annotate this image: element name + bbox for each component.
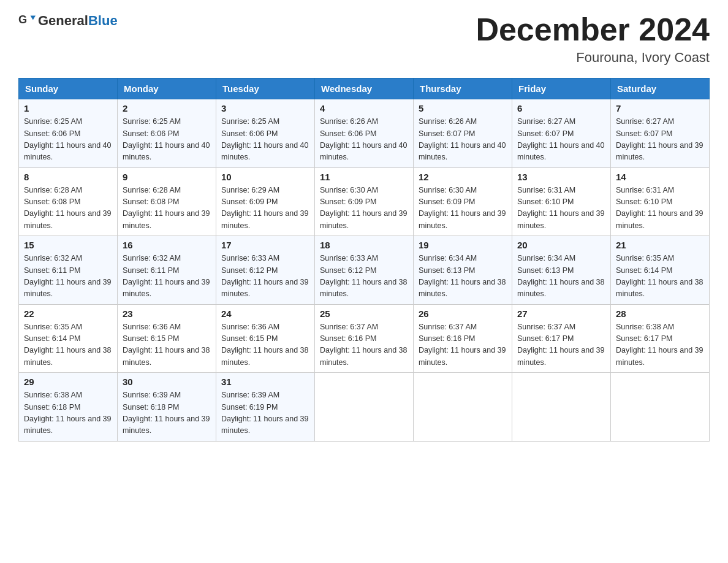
day-info: Sunrise: 6:35 AMSunset: 6:14 PMDaylight:… xyxy=(616,253,704,301)
day-number: 7 xyxy=(616,103,704,113)
table-row: 15Sunrise: 6:32 AMSunset: 6:11 PMDayligh… xyxy=(19,236,118,305)
table-row: 5Sunrise: 6:26 AMSunset: 6:07 PMDaylight… xyxy=(414,99,512,168)
table-row: 28Sunrise: 6:38 AMSunset: 6:17 PMDayligh… xyxy=(611,304,710,373)
table-row: 25Sunrise: 6:37 AMSunset: 6:16 PMDayligh… xyxy=(315,304,414,373)
day-info: Sunrise: 6:31 AMSunset: 6:10 PMDaylight:… xyxy=(616,185,704,232)
day-info: Sunrise: 6:29 AMSunset: 6:09 PMDaylight:… xyxy=(221,185,309,232)
day-info: Sunrise: 6:28 AMSunset: 6:08 PMDaylight:… xyxy=(123,185,211,232)
day-info: Sunrise: 6:31 AMSunset: 6:10 PMDaylight:… xyxy=(517,185,605,232)
day-number: 4 xyxy=(320,103,408,113)
calendar-week-row: 29Sunrise: 6:38 AMSunset: 6:18 PMDayligh… xyxy=(19,373,710,442)
table-row: 27Sunrise: 6:37 AMSunset: 6:17 PMDayligh… xyxy=(512,304,611,373)
table-row: 11Sunrise: 6:30 AMSunset: 6:09 PMDayligh… xyxy=(315,167,414,236)
day-info: Sunrise: 6:28 AMSunset: 6:08 PMDaylight:… xyxy=(24,185,112,232)
day-number: 2 xyxy=(123,103,211,113)
day-number: 24 xyxy=(221,308,309,319)
table-row: 17Sunrise: 6:33 AMSunset: 6:12 PMDayligh… xyxy=(216,236,315,305)
page-header: G GeneralBlue December 2024 Fourouna, Iv… xyxy=(18,12,710,66)
day-info: Sunrise: 6:39 AMSunset: 6:18 PMDaylight:… xyxy=(123,389,211,437)
table-row: 24Sunrise: 6:36 AMSunset: 6:15 PMDayligh… xyxy=(216,304,315,373)
table-row: 2Sunrise: 6:25 AMSunset: 6:06 PMDaylight… xyxy=(118,99,216,168)
logo: G GeneralBlue xyxy=(18,12,118,29)
col-wednesday: Wednesday xyxy=(315,79,414,99)
day-info: Sunrise: 6:33 AMSunset: 6:12 PMDaylight:… xyxy=(320,253,408,301)
day-info: Sunrise: 6:37 AMSunset: 6:17 PMDaylight:… xyxy=(517,321,605,369)
day-info: Sunrise: 6:27 AMSunset: 6:07 PMDaylight:… xyxy=(517,116,605,164)
day-number: 19 xyxy=(419,240,507,250)
day-info: Sunrise: 6:33 AMSunset: 6:12 PMDaylight:… xyxy=(221,253,309,301)
table-row: 6Sunrise: 6:27 AMSunset: 6:07 PMDaylight… xyxy=(512,99,611,168)
day-number: 30 xyxy=(123,377,211,387)
day-number: 3 xyxy=(221,103,309,113)
table-row: 3Sunrise: 6:25 AMSunset: 6:06 PMDaylight… xyxy=(216,99,315,168)
table-row xyxy=(414,373,512,442)
day-info: Sunrise: 6:27 AMSunset: 6:07 PMDaylight:… xyxy=(616,116,704,164)
day-number: 14 xyxy=(616,172,704,182)
logo-general: General xyxy=(38,13,88,28)
day-number: 23 xyxy=(123,308,211,319)
day-number: 9 xyxy=(123,172,211,182)
calendar-table: Sunday Monday Tuesday Wednesday Thursday… xyxy=(18,78,710,442)
day-number: 10 xyxy=(221,172,309,182)
day-number: 13 xyxy=(517,172,605,182)
col-tuesday: Tuesday xyxy=(216,79,315,99)
day-number: 8 xyxy=(24,172,112,182)
day-info: Sunrise: 6:39 AMSunset: 6:19 PMDaylight:… xyxy=(221,389,309,437)
title-block: December 2024 Fourouna, Ivory Coast xyxy=(476,12,710,66)
table-row: 23Sunrise: 6:36 AMSunset: 6:15 PMDayligh… xyxy=(118,304,216,373)
day-info: Sunrise: 6:36 AMSunset: 6:15 PMDaylight:… xyxy=(221,321,309,369)
logo-icon: G xyxy=(18,12,36,29)
day-number: 22 xyxy=(24,308,112,319)
table-row: 7Sunrise: 6:27 AMSunset: 6:07 PMDaylight… xyxy=(611,99,710,168)
day-info: Sunrise: 6:37 AMSunset: 6:16 PMDaylight:… xyxy=(320,321,408,369)
col-sunday: Sunday xyxy=(19,79,118,99)
day-info: Sunrise: 6:36 AMSunset: 6:15 PMDaylight:… xyxy=(123,321,211,369)
table-row: 22Sunrise: 6:35 AMSunset: 6:14 PMDayligh… xyxy=(19,304,118,373)
day-info: Sunrise: 6:26 AMSunset: 6:07 PMDaylight:… xyxy=(419,116,507,164)
table-row: 12Sunrise: 6:30 AMSunset: 6:09 PMDayligh… xyxy=(414,167,512,236)
table-row: 21Sunrise: 6:35 AMSunset: 6:14 PMDayligh… xyxy=(611,236,710,305)
calendar-header-row: Sunday Monday Tuesday Wednesday Thursday… xyxy=(19,79,710,99)
table-row: 9Sunrise: 6:28 AMSunset: 6:08 PMDaylight… xyxy=(118,167,216,236)
day-number: 21 xyxy=(616,240,704,250)
day-info: Sunrise: 6:34 AMSunset: 6:13 PMDaylight:… xyxy=(419,253,507,301)
day-info: Sunrise: 6:32 AMSunset: 6:11 PMDaylight:… xyxy=(123,253,211,301)
col-friday: Friday xyxy=(512,79,611,99)
table-row: 8Sunrise: 6:28 AMSunset: 6:08 PMDaylight… xyxy=(19,167,118,236)
day-number: 27 xyxy=(517,308,605,319)
day-info: Sunrise: 6:38 AMSunset: 6:18 PMDaylight:… xyxy=(24,389,112,437)
table-row: 26Sunrise: 6:37 AMSunset: 6:16 PMDayligh… xyxy=(414,304,512,373)
day-info: Sunrise: 6:30 AMSunset: 6:09 PMDaylight:… xyxy=(320,185,408,232)
svg-marker-1 xyxy=(31,16,36,20)
day-number: 17 xyxy=(221,240,309,250)
table-row xyxy=(512,373,611,442)
table-row: 4Sunrise: 6:26 AMSunset: 6:06 PMDaylight… xyxy=(315,99,414,168)
col-thursday: Thursday xyxy=(414,79,512,99)
day-number: 1 xyxy=(24,103,112,113)
table-row: 20Sunrise: 6:34 AMSunset: 6:13 PMDayligh… xyxy=(512,236,611,305)
day-number: 12 xyxy=(419,172,507,182)
table-row: 16Sunrise: 6:32 AMSunset: 6:11 PMDayligh… xyxy=(118,236,216,305)
day-info: Sunrise: 6:25 AMSunset: 6:06 PMDaylight:… xyxy=(123,116,211,164)
table-row xyxy=(611,373,710,442)
table-row: 14Sunrise: 6:31 AMSunset: 6:10 PMDayligh… xyxy=(611,167,710,236)
day-number: 26 xyxy=(419,308,507,319)
table-row: 31Sunrise: 6:39 AMSunset: 6:19 PMDayligh… xyxy=(216,373,315,442)
day-number: 15 xyxy=(24,240,112,250)
svg-text:G: G xyxy=(18,13,27,26)
calendar-week-row: 8Sunrise: 6:28 AMSunset: 6:08 PMDaylight… xyxy=(19,167,710,236)
day-info: Sunrise: 6:26 AMSunset: 6:06 PMDaylight:… xyxy=(320,116,408,164)
location-title: Fourouna, Ivory Coast xyxy=(476,50,710,66)
table-row: 30Sunrise: 6:39 AMSunset: 6:18 PMDayligh… xyxy=(118,373,216,442)
col-monday: Monday xyxy=(118,79,216,99)
day-info: Sunrise: 6:38 AMSunset: 6:17 PMDaylight:… xyxy=(616,321,704,369)
day-number: 28 xyxy=(616,308,704,319)
calendar-week-row: 22Sunrise: 6:35 AMSunset: 6:14 PMDayligh… xyxy=(19,304,710,373)
day-info: Sunrise: 6:25 AMSunset: 6:06 PMDaylight:… xyxy=(221,116,309,164)
day-number: 31 xyxy=(221,377,309,387)
day-info: Sunrise: 6:30 AMSunset: 6:09 PMDaylight:… xyxy=(419,185,507,232)
day-number: 11 xyxy=(320,172,408,182)
day-info: Sunrise: 6:32 AMSunset: 6:11 PMDaylight:… xyxy=(24,253,112,301)
table-row: 13Sunrise: 6:31 AMSunset: 6:10 PMDayligh… xyxy=(512,167,611,236)
col-saturday: Saturday xyxy=(611,79,710,99)
